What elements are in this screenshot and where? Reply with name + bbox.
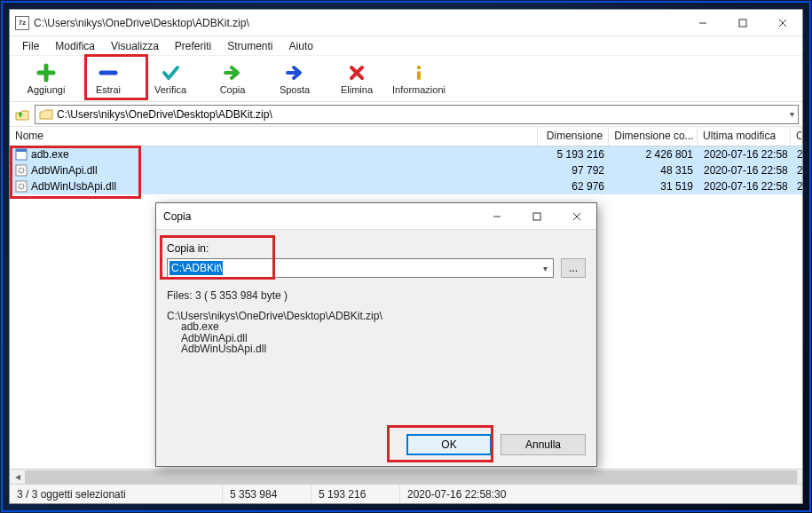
plus-icon <box>36 63 56 83</box>
x-icon <box>347 63 367 83</box>
file-modified: 2020-07-16 22:58 <box>698 180 792 193</box>
path-text: C:\Users\nikys\OneDrive\Desktop\ADBKit.z… <box>57 108 272 121</box>
move-button[interactable]: Sposta <box>264 58 326 100</box>
file-packed: 31 519 <box>610 180 698 193</box>
extract-label: Estrai <box>96 84 121 95</box>
test-label: Verifica <box>154 84 186 95</box>
file-crc: 20 <box>792 148 802 161</box>
dialog-info: Files: 3 ( 5 353 984 byte ) C:\Users\nik… <box>167 290 586 355</box>
add-label: Aggiungi <box>28 84 66 95</box>
copy-to-label: Copia in: <box>167 242 586 255</box>
maximize-button[interactable] <box>722 11 762 36</box>
app-icon: 7z <box>15 16 29 30</box>
dialog-close-button[interactable] <box>556 204 596 229</box>
col-crc[interactable]: Cr <box>791 127 802 146</box>
extract-button[interactable]: Estrai <box>77 58 139 100</box>
dialog-title: Copia <box>163 210 191 223</box>
dialog-file-1: adb.exe <box>167 321 586 333</box>
close-button[interactable] <box>762 11 802 36</box>
files-count-line: Files: 3 ( 5 353 984 byte ) <box>167 290 586 302</box>
menu-tools[interactable]: Strumenti <box>220 38 280 54</box>
svg-rect-9 <box>16 165 27 176</box>
outer-highlight-frame: 7z C:\Users\nikys\OneDrive\Desktop\ADBKi… <box>1 1 811 512</box>
file-modified: 2020-07-16 22:58 <box>698 148 792 161</box>
col-modified[interactable]: Ultima modifica <box>698 127 791 146</box>
menubar: File Modifica Visualizza Preferiti Strum… <box>10 36 802 56</box>
chevron-down-icon: ▾ <box>538 264 553 273</box>
statusbar: 3 / 3 oggetti selezionati 5 353 984 5 19… <box>10 484 802 503</box>
delete-label: Elimina <box>341 84 373 95</box>
toolbar: Aggiungi Estrai Verifica Copia Sposta <box>10 56 802 102</box>
window-title: C:\Users\nikys\OneDrive\Desktop\ADBKit.z… <box>34 17 249 29</box>
dialog-maximize-button[interactable] <box>516 204 556 229</box>
file-rows: adb.exe 5 193 216 2 426 801 2020-07-16 2… <box>10 146 802 194</box>
add-button[interactable]: Aggiungi <box>15 58 77 100</box>
dialog-titlebar: Copia <box>156 203 596 230</box>
file-name: AdbWinApi.dll <box>31 164 98 177</box>
chevron-down-icon: ▾ <box>790 109 794 119</box>
destination-path-input[interactable]: C:\ADBKit\ ▾ <box>167 258 554 278</box>
cancel-button[interactable]: Annulla <box>501 434 586 455</box>
path-combobox[interactable]: C:\Users\nikys\OneDrive\Desktop\ADBKit.z… <box>35 105 799 124</box>
arrow-right-blue-icon <box>285 63 304 83</box>
info-icon <box>409 63 429 83</box>
copy-dialog: Copia Copia in: C:\ADBKit\ ▾ ... Files: … <box>155 202 597 467</box>
menu-view[interactable]: Visualizza <box>104 38 166 54</box>
file-row[interactable]: AdbWinUsbApi.dll 62 976 31 519 2020-07-1… <box>10 178 802 194</box>
file-row[interactable]: adb.exe 5 193 216 2 426 801 2020-07-16 2… <box>10 146 802 162</box>
svg-rect-8 <box>16 149 27 152</box>
info-label: Informazioni <box>392 84 445 95</box>
ok-button[interactable]: OK <box>406 434 492 455</box>
dialog-body: Copia in: C:\ADBKit\ ▾ ... Files: 3 ( 5 … <box>156 230 596 466</box>
scroll-track[interactable] <box>25 470 787 485</box>
col-size[interactable]: Dimensione <box>538 127 609 146</box>
source-path: C:\Users\nikys\OneDrive\Desktop\ADBKit.z… <box>167 311 586 322</box>
horizontal-scrollbar[interactable]: ◂ ▸ <box>10 469 802 484</box>
destination-path-text: C:\ADBKit\ <box>169 261 223 275</box>
col-packed[interactable]: Dimensione co... <box>609 127 698 146</box>
info-button[interactable]: Informazioni <box>388 58 450 100</box>
file-crc: 20 <box>792 180 802 193</box>
menu-file[interactable]: File <box>15 38 46 54</box>
menu-help[interactable]: Aiuto <box>282 38 320 54</box>
svg-rect-11 <box>16 181 27 192</box>
minimize-button[interactable] <box>682 11 722 36</box>
copy-label: Copia <box>220 84 246 95</box>
up-folder-button[interactable] <box>13 106 31 123</box>
file-row[interactable]: AdbWinApi.dll 97 792 48 315 2020-07-16 2… <box>10 162 802 178</box>
svg-rect-1 <box>739 20 746 27</box>
menu-edit[interactable]: Modifica <box>48 38 102 54</box>
scroll-left-icon[interactable]: ◂ <box>10 470 25 485</box>
file-packed: 2 426 801 <box>610 148 698 161</box>
svg-rect-14 <box>533 213 540 220</box>
folder-icon <box>39 108 53 121</box>
file-name: AdbWinUsbApi.dll <box>31 180 116 193</box>
status-total-size: 5 353 984 <box>223 485 311 503</box>
status-file-size: 5 193 216 <box>311 485 400 503</box>
file-packed: 48 315 <box>610 164 698 177</box>
arrow-right-green-icon <box>223 63 242 83</box>
dialog-minimize-button[interactable] <box>477 204 516 229</box>
status-selection: 3 / 3 oggetti selezionati <box>10 485 223 503</box>
file-modified: 2020-07-16 22:58 <box>698 164 792 177</box>
scroll-thumb[interactable] <box>25 470 797 484</box>
move-label: Sposta <box>280 84 310 95</box>
copy-button[interactable]: Copia <box>201 58 264 100</box>
col-name[interactable]: Nome <box>10 127 538 146</box>
pathbar: C:\Users\nikys\OneDrive\Desktop\ADBKit.z… <box>10 102 802 127</box>
delete-button[interactable]: Elimina <box>326 58 388 100</box>
check-icon <box>161 63 180 83</box>
minus-icon <box>99 63 118 83</box>
dll-icon <box>15 164 28 177</box>
menu-favorites[interactable]: Preferiti <box>168 38 218 54</box>
file-crc: 20 <box>792 164 802 177</box>
column-headers: Nome Dimensione Dimensione co... Ultima … <box>10 127 802 146</box>
titlebar: 7z C:\Users\nikys\OneDrive\Desktop\ADBKi… <box>10 10 802 36</box>
file-size: 97 792 <box>539 164 610 177</box>
browse-button[interactable]: ... <box>561 258 586 278</box>
svg-point-5 <box>417 65 421 68</box>
dll-icon <box>15 180 28 193</box>
exe-icon <box>15 148 28 161</box>
file-size: 62 976 <box>539 180 610 193</box>
test-button[interactable]: Verifica <box>139 58 201 100</box>
